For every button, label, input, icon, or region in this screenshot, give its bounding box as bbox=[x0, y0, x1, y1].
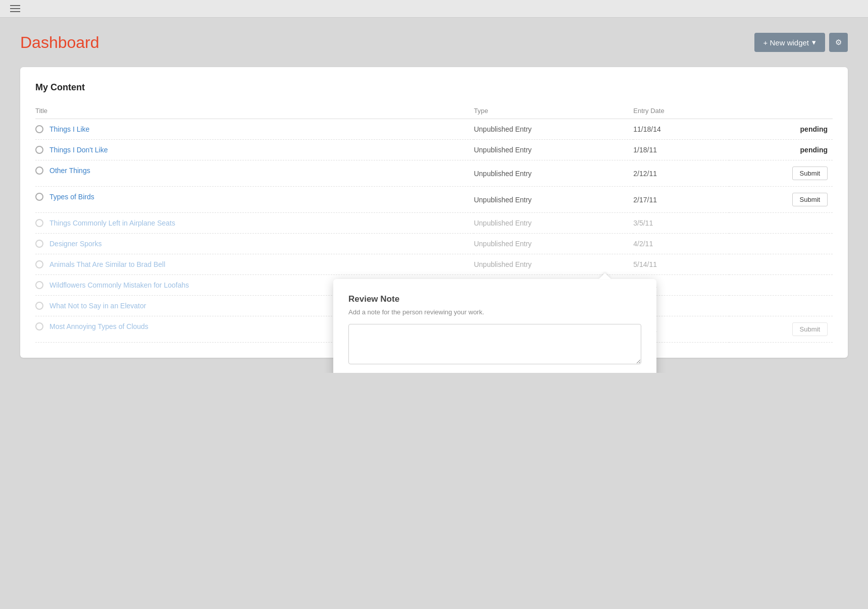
col-header-date: Entry Date bbox=[633, 103, 729, 119]
widget-title: My Content bbox=[35, 82, 833, 93]
action-cell bbox=[729, 296, 833, 316]
content-title-link[interactable]: Things Commonly Left in Airplane Seats bbox=[49, 219, 175, 227]
row-select-radio[interactable] bbox=[35, 322, 43, 330]
table-row: Animals That Are Similar to Brad BellUnp… bbox=[35, 254, 833, 275]
title-cell: Types of Birds bbox=[35, 187, 474, 207]
table-row: Things I LikeUnpublished Entry11/18/14pe… bbox=[35, 119, 833, 140]
row-select-radio[interactable] bbox=[35, 193, 43, 201]
action-cell bbox=[729, 234, 833, 254]
submit-button[interactable]: Submit bbox=[792, 322, 828, 336]
row-select-radio[interactable] bbox=[35, 240, 43, 248]
row-select-radio[interactable] bbox=[35, 125, 43, 133]
header-actions: + New widget ▾ ⚙ bbox=[754, 33, 848, 52]
settings-button[interactable]: ⚙ bbox=[829, 33, 848, 52]
content-title-link[interactable]: Other Things bbox=[49, 167, 90, 175]
content-title-link[interactable]: Types of Birds bbox=[49, 193, 94, 201]
content-title-link[interactable]: What Not to Say in an Elevator bbox=[49, 302, 146, 310]
date-cell: 4/2/11 bbox=[633, 234, 729, 254]
page-header: Dashboard + New widget ▾ ⚙ bbox=[20, 33, 848, 52]
row-select-radio[interactable] bbox=[35, 219, 43, 227]
content-title-link[interactable]: Things I Don't Like bbox=[49, 146, 108, 154]
col-header-title: Title bbox=[35, 103, 474, 119]
action-cell bbox=[729, 254, 833, 275]
review-note-popover: Review Note Add a note for the person re… bbox=[333, 279, 656, 373]
chevron-down-icon: ▾ bbox=[812, 38, 816, 47]
type-cell: Unpublished Entry bbox=[474, 119, 633, 140]
title-cell: Animals That Are Similar to Brad Bell bbox=[35, 254, 474, 274]
table-row: Things I Don't LikeUnpublished Entry1/18… bbox=[35, 140, 833, 160]
table-row: Designer SporksUnpublished Entry4/2/11 bbox=[35, 234, 833, 254]
title-cell: Things I Don't Like bbox=[35, 140, 474, 160]
hamburger-menu[interactable] bbox=[10, 5, 20, 12]
page-title: Dashboard bbox=[20, 33, 99, 52]
type-cell: Unpublished Entry bbox=[474, 234, 633, 254]
type-cell: Unpublished Entry bbox=[474, 213, 633, 234]
row-select-radio[interactable] bbox=[35, 260, 43, 268]
new-widget-label: + New widget bbox=[763, 38, 809, 47]
type-cell: Unpublished Entry bbox=[474, 254, 633, 275]
type-cell: Unpublished Entry bbox=[474, 160, 633, 187]
submit-button[interactable]: Submit bbox=[792, 193, 828, 206]
col-header-action bbox=[729, 103, 833, 119]
status-badge: pending bbox=[800, 125, 828, 133]
date-cell: 5/14/11 bbox=[633, 254, 729, 275]
date-cell: 11/18/14 bbox=[633, 119, 729, 140]
date-cell: 1/18/11 bbox=[633, 140, 729, 160]
action-cell: Submit bbox=[729, 160, 833, 187]
popover-subtitle: Add a note for the person reviewing your… bbox=[348, 308, 641, 316]
action-cell: pending bbox=[729, 140, 833, 160]
date-cell: 2/12/11 bbox=[633, 160, 729, 187]
action-cell: pending bbox=[729, 119, 833, 140]
col-header-type: Type bbox=[474, 103, 633, 119]
content-title-link[interactable]: Animals That Are Similar to Brad Bell bbox=[49, 260, 165, 268]
row-select-radio[interactable] bbox=[35, 167, 43, 175]
content-title-link[interactable]: Designer Sporks bbox=[49, 240, 102, 248]
type-cell: Unpublished Entry bbox=[474, 187, 633, 213]
review-note-textarea[interactable] bbox=[348, 324, 641, 364]
title-cell: Things Commonly Left in Airplane Seats bbox=[35, 213, 474, 233]
table-row: Types of BirdsUnpublished Entry2/17/11Su… bbox=[35, 187, 833, 213]
action-cell: Submit bbox=[729, 316, 833, 343]
popover-arrow bbox=[599, 273, 611, 279]
action-cell bbox=[729, 275, 833, 296]
gear-icon: ⚙ bbox=[835, 38, 842, 46]
table-row: Things Commonly Left in Airplane SeatsUn… bbox=[35, 213, 833, 234]
row-select-radio[interactable] bbox=[35, 302, 43, 310]
my-content-widget: My Content Title Type Entry Date Things … bbox=[20, 67, 848, 358]
action-cell: Submit bbox=[729, 187, 833, 213]
date-cell: 2/17/11 bbox=[633, 187, 729, 213]
content-title-link[interactable]: Most Annoying Types of Clouds bbox=[49, 322, 148, 330]
action-cell bbox=[729, 213, 833, 234]
title-cell: Things I Like bbox=[35, 119, 474, 139]
type-cell: Unpublished Entry bbox=[474, 140, 633, 160]
new-widget-button[interactable]: + New widget ▾ bbox=[754, 33, 825, 52]
content-title-link[interactable]: Things I Like bbox=[49, 125, 89, 133]
submit-button[interactable]: Submit bbox=[792, 167, 828, 180]
popover-title: Review Note bbox=[348, 294, 641, 304]
table-row: Other ThingsUnpublished Entry2/12/11Subm… bbox=[35, 160, 833, 187]
status-badge: pending bbox=[800, 146, 828, 154]
date-cell: 3/5/11 bbox=[633, 213, 729, 234]
title-cell: Other Things bbox=[35, 160, 474, 181]
content-title-link[interactable]: Wildflowers Commonly Mistaken for Loofah… bbox=[49, 281, 189, 289]
row-select-radio[interactable] bbox=[35, 281, 43, 289]
row-select-radio[interactable] bbox=[35, 146, 43, 154]
title-cell: Designer Sporks bbox=[35, 234, 474, 254]
